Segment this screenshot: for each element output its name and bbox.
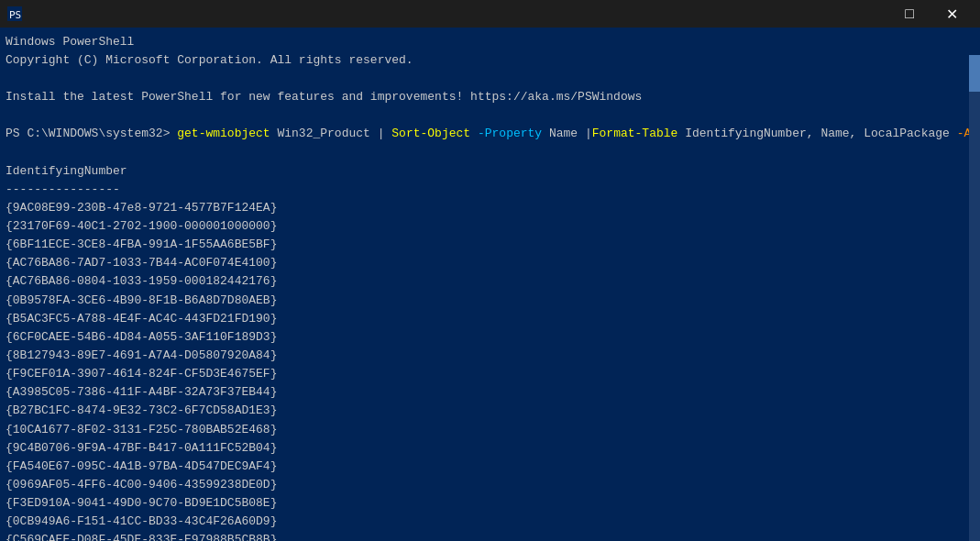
terminal-line: Install the latest PowerShell for new fe…: [6, 88, 967, 106]
terminal-line: [6, 144, 967, 162]
terminal-line: {F3ED910A-9041-49D0-9C70-BD9E1DC5B08E}: [6, 494, 967, 513]
terminal-content: Windows PowerShellCopyright (C) Microsof…: [6, 33, 967, 541]
scrollbar-thumb[interactable]: [969, 55, 980, 92]
powershell-icon: PS: [7, 6, 22, 21]
terminal-line: {6BF11ECE-3CE8-4FBA-991A-1F55AA6BE5BF}: [6, 236, 967, 254]
maximize-button[interactable]: □: [888, 0, 930, 28]
scrollbar-track[interactable]: [969, 55, 980, 541]
terminal-line: IdentifyingNumber: [6, 162, 967, 181]
title-bar: PS □ ✕: [0, 0, 980, 28]
minimize-button[interactable]: [846, 0, 888, 28]
terminal-line: {0969AF05-4FF6-4C00-9406-43599238DE0D}: [6, 476, 967, 494]
terminal-line: {AC76BA86-0804-1033-1959-000182442176}: [6, 272, 967, 291]
terminal-line: [6, 106, 967, 125]
terminal-line: {9C4B0706-9F9A-47BF-B417-0A111FC52B04}: [6, 439, 967, 458]
terminal-line: {C569CAEE-D08F-45DE-833E-E97988B5CB8B}: [6, 531, 967, 541]
terminal-line: {AC76BA86-7AD7-1033-7B44-AC0F074E4100}: [6, 254, 967, 272]
terminal: Windows PowerShellCopyright (C) Microsof…: [0, 28, 980, 541]
terminal-line: {9AC08E99-230B-47e8-9721-4577B7F124EA}: [6, 199, 967, 217]
terminal-line: {FA540E67-095C-4A1B-97BA-4D547DEC9AF4}: [6, 458, 967, 476]
terminal-line: {A3985C05-7386-411F-A4BF-32A73F37EB44}: [6, 383, 967, 402]
terminal-line: {23170F69-40C1-2702-1900-000001000000}: [6, 217, 967, 236]
title-bar-left: PS: [7, 6, 28, 21]
terminal-line: {10CA1677-8F02-3131-F25C-780BAB52E468}: [6, 421, 967, 439]
title-bar-controls[interactable]: □ ✕: [846, 0, 973, 28]
close-button[interactable]: ✕: [930, 0, 973, 28]
terminal-line: {6CF0CAEE-54B6-4D84-A055-3AF110F189D3}: [6, 328, 967, 347]
terminal-line: {0B9578FA-3CE6-4B90-8F1B-B6A8D7D80AEB}: [6, 292, 967, 310]
terminal-line: {0CB949A6-F151-41CC-BD33-43C4F26A60D9}: [6, 513, 967, 531]
terminal-line: ----------------: [6, 181, 967, 199]
terminal-line: {B27BC1FC-8474-9E32-73C2-6F7CD58AD1E3}: [6, 402, 967, 420]
terminal-line: PS C:\WINDOWS\system32> get-wmiobject Wi…: [6, 125, 967, 143]
terminal-line: {B5AC3FC5-A788-4E4F-AC4C-443FD21FD190}: [6, 310, 967, 328]
svg-text:PS: PS: [9, 9, 21, 21]
terminal-line: {8B127943-89E7-4691-A7A4-D05807920A84}: [6, 347, 967, 365]
terminal-line: Windows PowerShell: [6, 33, 967, 51]
terminal-line: Copyright (C) Microsoft Corporation. All…: [6, 51, 967, 70]
terminal-line: [6, 70, 967, 88]
terminal-line: {F9CEF01A-3907-4614-824F-CF5D3E4675EF}: [6, 365, 967, 383]
